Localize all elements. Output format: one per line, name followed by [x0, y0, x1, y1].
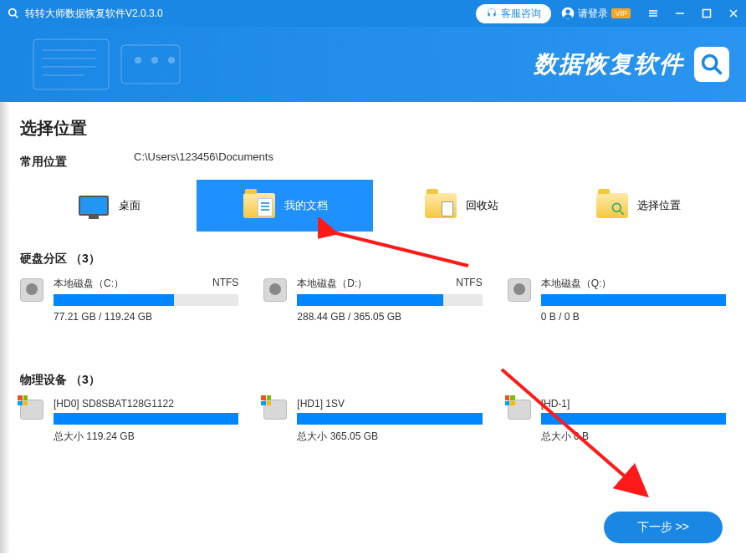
device-bar [541, 413, 726, 425]
menu-button[interactable] [647, 8, 659, 19]
partition-name: 本地磁盘（D:） [297, 277, 367, 291]
maximize-button[interactable] [701, 8, 713, 19]
svg-point-13 [151, 57, 158, 64]
partition-size: 288.44 GB / 365.05 GB [297, 311, 482, 323]
location-recycle-bin[interactable]: 回收站 [373, 180, 549, 232]
disk-icon [263, 400, 289, 425]
location-documents[interactable]: 我的文档 [197, 180, 373, 232]
svg-rect-11 [121, 45, 180, 84]
svg-line-16 [715, 68, 721, 74]
physical-device-hd-1[interactable]: [HD-1] 总大小 0 B [508, 398, 726, 444]
svg-line-1 [15, 15, 18, 18]
usage-bar [54, 294, 238, 306]
partition-q[interactable]: 本地磁盘（Q:） 0 B / 0 B [508, 277, 726, 323]
partition-name: 本地磁盘（Q:） [541, 277, 612, 291]
physical-devices-row: [HD0] SD8SBAT128G1122 总大小 119.24 GB [HD1… [20, 398, 726, 444]
titlebar: 转转大师数据恢复软件V2.0.3.0 客服咨询 请登录 VIP [0, 0, 746, 27]
common-locations-row: 桌面 我的文档 回收站 选择位置 [20, 180, 726, 232]
location-label: 回收站 [466, 198, 498, 213]
usage-bar [297, 294, 482, 306]
documents-icon [243, 191, 276, 220]
window-controls [647, 8, 739, 19]
device-name: [HD0] SD8SBAT128G1122 [54, 398, 238, 410]
svg-rect-5 [703, 10, 711, 18]
banner-decoration-icon [25, 35, 192, 94]
disk-icon [508, 400, 533, 425]
browse-folder-icon [595, 191, 629, 220]
physical-device-hd1[interactable]: [HD1] 1SV 总大小 365.05 GB [263, 398, 482, 444]
location-label: 桌面 [119, 198, 141, 213]
usage-bar [541, 294, 726, 306]
banner: 数据恢复软件 [0, 27, 746, 102]
svg-point-0 [9, 9, 16, 16]
device-size: 总大小 365.05 GB [297, 430, 482, 444]
minimize-button[interactable] [674, 8, 686, 19]
common-locations-heading: 常用位置 [20, 155, 726, 170]
partition-name: 本地磁盘（C:） [54, 277, 124, 291]
partition-c[interactable]: 本地磁盘（C:）NTFS 77.21 GB / 119.24 GB [20, 277, 238, 323]
close-button[interactable] [728, 8, 739, 19]
partition-size: 0 B / 0 B [541, 311, 726, 323]
disk-icon [20, 400, 45, 425]
partitions-heading: 硬盘分区 （3） [20, 252, 726, 267]
svg-point-17 [612, 203, 621, 211]
device-name: [HD1] 1SV [297, 398, 482, 410]
main-content: 选择位置 常用位置 C:\Users\123456\Documents 桌面 我… [0, 102, 746, 459]
hdd-icon [263, 278, 289, 303]
location-label: 我的文档 [284, 198, 328, 213]
partition-size: 77.21 GB / 119.24 GB [54, 311, 238, 323]
svg-point-3 [566, 9, 570, 13]
device-size: 总大小 119.24 GB [54, 430, 238, 444]
partitions-row: 本地磁盘（C:）NTFS 77.21 GB / 119.24 GB 本地磁盘（D… [20, 277, 726, 323]
location-label: 选择位置 [637, 198, 681, 213]
app-logo-icon [7, 7, 20, 20]
location-browse[interactable]: 选择位置 [549, 180, 726, 232]
hdd-icon [20, 278, 45, 303]
hdd-icon [508, 278, 533, 303]
device-bar [54, 413, 238, 425]
next-button[interactable]: 下一步 >> [604, 512, 723, 543]
svg-rect-6 [33, 39, 109, 89]
login-button[interactable]: 请登录 VIP [561, 7, 631, 21]
headset-icon [486, 8, 498, 19]
current-path: C:\Users\123456\Documents [134, 150, 273, 163]
product-logo-icon [694, 47, 729, 82]
product-name: 数据恢复软件 [534, 48, 684, 80]
desktop-icon [77, 191, 110, 220]
partition-fs: NTFS [456, 277, 482, 291]
device-name: [HD-1] [541, 398, 726, 410]
recycle-bin-icon [424, 191, 457, 220]
customer-service-button[interactable]: 客服咨询 [476, 4, 551, 23]
partition-fs: NTFS [212, 277, 238, 291]
device-size: 总大小 0 B [541, 430, 726, 444]
physical-devices-heading: 物理设备 （3） [20, 373, 726, 388]
svg-point-14 [168, 57, 175, 64]
svg-line-18 [620, 211, 623, 215]
physical-device-hd0[interactable]: [HD0] SD8SBAT128G1122 总大小 119.24 GB [20, 398, 238, 444]
device-bar [297, 413, 482, 425]
page-title: 选择位置 [20, 117, 726, 140]
vip-badge: VIP [611, 8, 631, 18]
location-desktop[interactable]: 桌面 [20, 180, 197, 232]
svg-point-12 [135, 57, 141, 64]
user-icon [561, 7, 575, 20]
app-title: 转转大师数据恢复软件V2.0.3.0 [25, 7, 476, 21]
partition-d[interactable]: 本地磁盘（D:）NTFS 288.44 GB / 365.05 GB [263, 277, 482, 323]
